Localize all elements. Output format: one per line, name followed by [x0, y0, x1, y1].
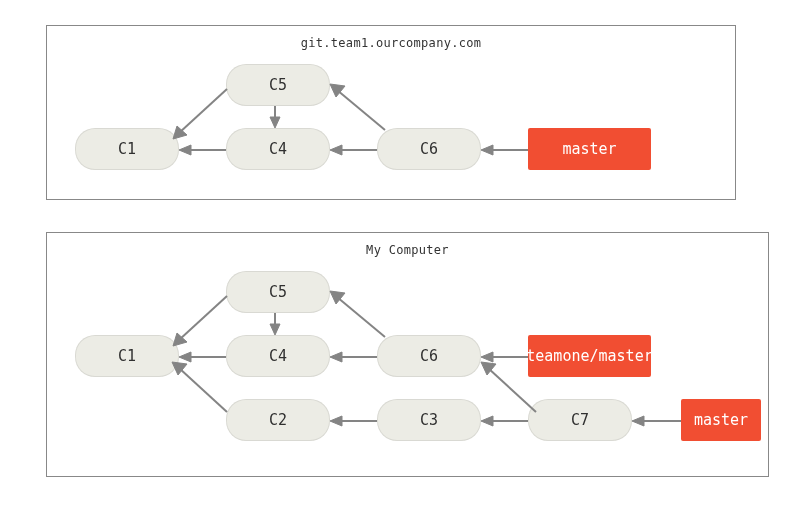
svg-line-28 — [337, 297, 385, 337]
arrow-c7-to-c3 — [481, 415, 528, 427]
svg-marker-3 — [330, 145, 342, 155]
commit-c4: C4 — [226, 128, 330, 170]
svg-marker-9 — [270, 117, 280, 128]
local-panel-title: My Computer — [47, 243, 768, 257]
commit-c1-local: C1 — [75, 335, 179, 377]
commit-c2: C2 — [226, 399, 330, 441]
svg-marker-19 — [330, 416, 342, 426]
arrow-c4-to-c1 — [179, 144, 226, 156]
diagram-stage: git.team1.ourcompany.com C5 C1 C4 C6 mas… — [0, 0, 800, 507]
arrow-c5-to-c4 — [265, 106, 285, 128]
svg-line-10 — [337, 90, 385, 130]
arrow-c7-to-lc6 — [474, 356, 544, 416]
commit-c4-local: C4 — [226, 335, 330, 377]
svg-line-24 — [179, 296, 227, 340]
remote-panel: git.team1.ourcompany.com C5 C1 C4 C6 mas… — [46, 25, 736, 200]
commit-c1: C1 — [75, 128, 179, 170]
branch-remote-master: master — [528, 128, 651, 170]
arrow-master-to-c7 — [632, 415, 681, 427]
arrow-master-to-c6 — [481, 144, 528, 156]
svg-marker-23 — [632, 416, 644, 426]
arrow-lc6-to-lc4 — [330, 351, 377, 363]
arrow-c6-to-c5 — [323, 82, 393, 137]
arrow-lc6-to-lc5 — [323, 289, 393, 344]
arrow-c3-to-c2 — [330, 415, 377, 427]
svg-marker-21 — [481, 416, 493, 426]
arrow-lc2-to-lc1 — [165, 356, 235, 416]
local-panel: My Computer C5 C1 C4 C6 teamone/master C… — [46, 232, 769, 477]
arrow-c5-to-c1 — [165, 85, 235, 145]
commit-c3: C3 — [377, 399, 481, 441]
branch-local-master: master — [681, 399, 761, 441]
arrow-lc5-to-lc1 — [165, 292, 235, 352]
svg-line-32 — [488, 368, 536, 412]
remote-panel-title: git.team1.ourcompany.com — [47, 36, 735, 50]
svg-marker-1 — [179, 145, 191, 155]
arrow-c6-to-c4 — [330, 144, 377, 156]
svg-line-6 — [179, 89, 227, 133]
arrow-lc5-to-lc4 — [265, 313, 285, 335]
svg-marker-15 — [330, 352, 342, 362]
svg-marker-5 — [481, 145, 493, 155]
commit-c5-local: C5 — [226, 271, 330, 313]
svg-line-30 — [179, 368, 227, 412]
commit-c5: C5 — [226, 64, 330, 106]
branch-teamone-master: teamone/master — [528, 335, 651, 377]
svg-marker-27 — [270, 324, 280, 335]
